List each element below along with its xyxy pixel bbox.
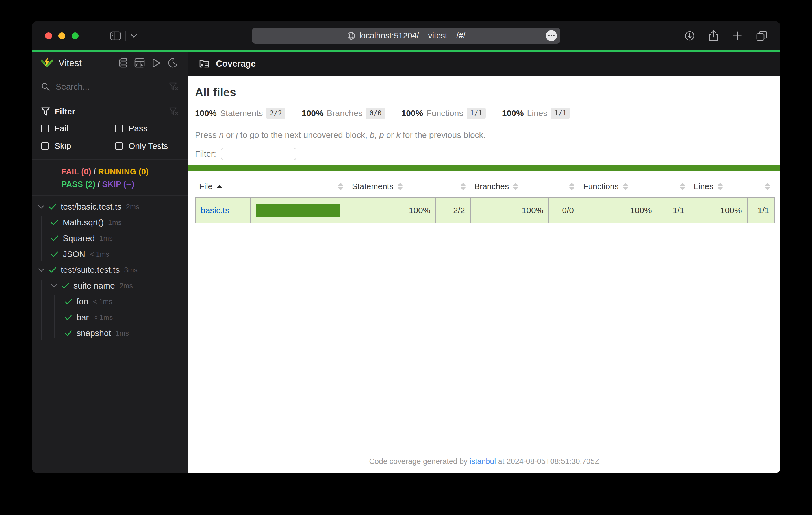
statements-pct-cell: 100% bbox=[348, 198, 436, 223]
search-icon bbox=[41, 82, 50, 91]
chevron-down-icon[interactable] bbox=[38, 268, 45, 272]
checkbox-icon[interactable] bbox=[115, 142, 123, 150]
fail-count: FAIL (0) bbox=[61, 167, 91, 176]
test-case-row[interactable]: JSON < 1ms bbox=[32, 246, 188, 262]
column-header-statements[interactable]: Statements bbox=[348, 175, 436, 198]
checkbox-icon[interactable] bbox=[41, 142, 49, 150]
tree-view-icon[interactable] bbox=[118, 58, 127, 68]
downloads-icon[interactable] bbox=[684, 30, 695, 41]
filter-checkbox-skip[interactable]: Skip bbox=[41, 141, 115, 151]
test-case-row[interactable]: Squared 1ms bbox=[32, 231, 188, 246]
search-input[interactable] bbox=[56, 82, 169, 91]
clear-filter-icon[interactable] bbox=[169, 107, 178, 116]
skip-count: SKIP (--) bbox=[102, 180, 135, 189]
branches-pct-cell: 100% bbox=[470, 198, 549, 223]
test-duration: 2ms bbox=[119, 282, 133, 290]
sorter-icon[interactable] bbox=[764, 183, 770, 190]
filter-checkbox-only-tests[interactable]: Only Tests bbox=[115, 141, 178, 151]
traffic-lights bbox=[45, 32, 79, 39]
indent-guide bbox=[41, 279, 42, 340]
sorter-icon[interactable] bbox=[338, 183, 344, 190]
column-header-functions[interactable]: Functions bbox=[579, 175, 657, 198]
pass-check-icon bbox=[49, 204, 56, 210]
column-header-statements-frac[interactable] bbox=[436, 175, 470, 198]
test-duration: < 1ms bbox=[93, 313, 113, 322]
filter-checkbox-pass[interactable]: Pass bbox=[115, 124, 178, 133]
sorter-icon[interactable] bbox=[460, 183, 466, 190]
istanbul-link[interactable]: istanbul bbox=[470, 457, 496, 465]
test-duration: 3ms bbox=[124, 266, 137, 274]
column-header-lines[interactable]: Lines bbox=[690, 175, 747, 198]
more-options-icon[interactable] bbox=[546, 30, 557, 41]
file-link[interactable]: basic.ts bbox=[201, 206, 229, 215]
filter-section-title: Filter bbox=[55, 107, 75, 116]
new-tab-icon[interactable] bbox=[732, 31, 743, 41]
page-title: All files bbox=[195, 86, 780, 99]
sorter-icon[interactable] bbox=[397, 183, 403, 190]
sidebar: Vitest bbox=[32, 52, 188, 473]
coverage-report-icon bbox=[199, 59, 210, 69]
browser-window: localhost:51204/__vitest__/#/ bbox=[32, 21, 780, 473]
stat-lines: 100% Lines 1/1 bbox=[502, 108, 570, 119]
minimize-window-button[interactable] bbox=[58, 32, 65, 39]
column-header-bar[interactable] bbox=[250, 175, 348, 198]
zoom-window-button[interactable] bbox=[72, 32, 79, 39]
test-case-row[interactable]: foo < 1ms bbox=[32, 294, 188, 309]
filter-icon bbox=[41, 107, 50, 116]
column-header-functions-frac[interactable] bbox=[657, 175, 690, 198]
sorter-icon[interactable] bbox=[680, 183, 686, 190]
test-duration: < 1ms bbox=[93, 298, 112, 306]
chevron-down-icon[interactable] bbox=[130, 34, 137, 38]
test-tree: test/basic.test.ts 2ms Math.sqrt() 1ms S… bbox=[32, 196, 188, 473]
column-header-branches-frac[interactable] bbox=[549, 175, 579, 198]
running-count: RUNNING (0) bbox=[98, 167, 149, 176]
column-header-lines-frac[interactable] bbox=[747, 175, 775, 198]
coverage-status-bar bbox=[188, 165, 780, 171]
address-bar[interactable]: localhost:51204/__vitest__/#/ bbox=[252, 28, 560, 44]
functions-pct-cell: 100% bbox=[579, 198, 657, 223]
sorter-icon[interactable] bbox=[717, 183, 723, 190]
sort-asc-icon bbox=[216, 185, 223, 188]
stat-fraction-badge: 1/1 bbox=[467, 108, 486, 119]
dashboard-icon[interactable] bbox=[135, 58, 145, 68]
sorter-icon[interactable] bbox=[623, 183, 628, 190]
stat-fraction-badge: 1/1 bbox=[551, 108, 570, 119]
coverage-stats: 100% Statements 2/2 100% Branches 0/0 10… bbox=[195, 108, 780, 119]
test-file-row[interactable]: test/basic.test.ts 2ms bbox=[32, 199, 188, 215]
url-text: localhost:51204/__vitest__/#/ bbox=[359, 31, 466, 40]
pass-check-icon bbox=[51, 235, 58, 241]
vitest-logo bbox=[40, 57, 53, 69]
test-case-row[interactable]: bar < 1ms bbox=[32, 309, 188, 325]
coverage-footer: Code coverage generated by istanbul at 2… bbox=[188, 457, 780, 473]
dark-mode-icon[interactable] bbox=[168, 58, 177, 68]
run-all-icon[interactable] bbox=[152, 58, 161, 68]
test-case-row[interactable]: Math.sqrt() 1ms bbox=[32, 215, 188, 231]
indent-guide bbox=[54, 295, 55, 338]
sorter-icon[interactable] bbox=[513, 183, 518, 190]
chevron-down-icon[interactable] bbox=[38, 205, 45, 209]
test-duration: 1ms bbox=[108, 218, 121, 227]
checkbox-icon[interactable] bbox=[41, 124, 49, 132]
stat-statements: 100% Statements 2/2 bbox=[195, 108, 285, 119]
checkbox-icon[interactable] bbox=[115, 124, 123, 132]
column-header-branches[interactable]: Branches bbox=[470, 175, 549, 198]
test-suite-row[interactable]: suite name 2ms bbox=[32, 278, 188, 294]
share-icon[interactable] bbox=[708, 30, 719, 41]
column-header-file[interactable]: File bbox=[195, 175, 250, 198]
sorter-icon[interactable] bbox=[569, 183, 575, 190]
browser-chrome: localhost:51204/__vitest__/#/ bbox=[32, 21, 780, 50]
tab-overview-icon[interactable] bbox=[756, 30, 767, 41]
test-file-row[interactable]: test/suite.test.ts 3ms bbox=[32, 262, 188, 278]
clear-search-filter-icon[interactable] bbox=[169, 83, 178, 91]
stat-functions: 100% Functions 1/1 bbox=[402, 108, 486, 119]
coverage-filter-input[interactable] bbox=[221, 148, 296, 160]
test-case-row[interactable]: snapshot 1ms bbox=[32, 325, 188, 341]
coverage-header-bar: Coverage bbox=[188, 52, 780, 76]
globe-icon bbox=[347, 32, 355, 40]
chevron-down-icon[interactable] bbox=[51, 284, 57, 288]
sidebar-toggle-icon[interactable] bbox=[110, 31, 121, 40]
filter-checkbox-fail[interactable]: Fail bbox=[41, 124, 115, 133]
coverage-bar-fill bbox=[256, 204, 340, 217]
file-cell: basic.ts bbox=[195, 198, 250, 223]
close-window-button[interactable] bbox=[45, 32, 52, 39]
